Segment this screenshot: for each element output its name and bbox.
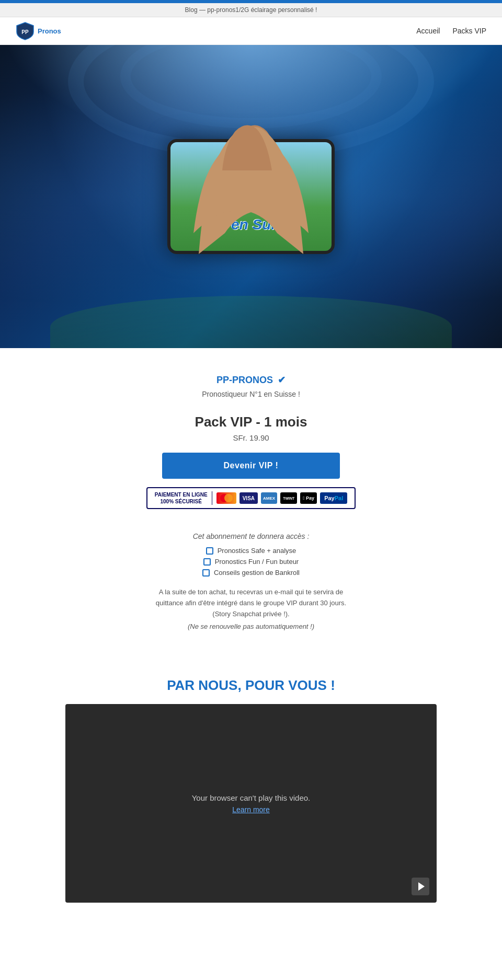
learn-more-link[interactable]: Learn more: [232, 805, 270, 814]
main-nav: Accueil Packs VIP: [416, 27, 486, 35]
logo-icon: PP: [16, 21, 35, 40]
cta-button[interactable]: Devenir VIP !: [162, 453, 340, 479]
logo-text: Pronos: [38, 27, 61, 35]
applepay-icon:  Pay: [300, 492, 317, 504]
access-item-1: Pronostics Safe + analyse: [146, 547, 356, 555]
auto-renew-text: (Ne se renouvelle pas automatiquement !): [10, 622, 492, 630]
checkbox-3: [202, 569, 210, 577]
checkbox-1: [206, 547, 213, 555]
nav-packs-vip[interactable]: Packs VIP: [452, 27, 486, 35]
video-play-button[interactable]: [412, 878, 429, 895]
checkmark: ✔: [278, 375, 286, 385]
navbar: PP Pronos Accueil Packs VIP: [0, 17, 502, 45]
footer-space: [0, 934, 502, 965]
section-title: PAR NOUS, POUR VOUS !: [10, 677, 492, 694]
access-section: Cet abonnement te donnera accès : Pronos…: [146, 532, 356, 577]
amex-icon: AMEX: [261, 492, 277, 504]
payment-icons: VISA AMEX TWINT  Pay PayPal: [216, 492, 348, 504]
pack-price: SFr. 19.90: [10, 433, 492, 442]
pack-title: Pack VIP - 1 mois: [10, 414, 492, 430]
payment-label: PAIEMENT EN LIGNE100% SÉCURISÉ: [155, 491, 212, 505]
logo-link[interactable]: PP Pronos: [16, 21, 61, 40]
notif-bar: Blog — pp-pronos1/2G éclairage personnal…: [0, 3, 502, 17]
access-item-2: Pronostics Fun / Fun buteur: [146, 558, 356, 566]
hero-section: PP N°1 en Suisse: [0, 45, 502, 348]
subtitle: Pronostiqueur N°1 en Suisse !: [10, 390, 492, 398]
notif-text: Blog — pp-pronos1/2G éclairage personnal…: [185, 6, 317, 14]
content-section: PP-PRONOS ✔ Pronostiqueur N°1 en Suisse …: [0, 348, 502, 677]
desc-text: A la suite de ton achat, tu recevras un …: [146, 587, 356, 619]
play-triangle-icon: [418, 882, 425, 891]
payment-box: PAIEMENT EN LIGNE100% SÉCURISÉ VISA AMEX…: [146, 487, 356, 509]
visa-icon: VISA: [239, 492, 258, 504]
svg-point-4: [224, 494, 233, 502]
paypal-icon: PayPal: [320, 492, 347, 504]
mastercard-icon: [216, 492, 236, 504]
checkbox-2: [203, 558, 211, 566]
access-item-3: Conseils gestion de Bankroll: [146, 569, 356, 577]
video-cant-play: Your browser can't play this video.: [192, 793, 311, 802]
video-container: Your browser can't play this video. Lear…: [65, 704, 437, 903]
twint-icon: TWINT: [280, 492, 297, 504]
nav-accueil[interactable]: Accueil: [416, 27, 440, 35]
video-section: PAR NOUS, POUR VOUS ! Your browser can't…: [0, 677, 502, 934]
access-list: Pronostics Safe + analyse Pronostics Fun…: [146, 547, 356, 577]
access-title: Cet abonnement te donnera accès :: [146, 532, 356, 540]
hero-hands-container: PP N°1 en Suisse: [167, 139, 335, 254]
right-hand: [188, 87, 303, 254]
svg-text:PP: PP: [21, 29, 29, 35]
brand-name: PP-PRONOS ✔: [10, 374, 492, 386]
